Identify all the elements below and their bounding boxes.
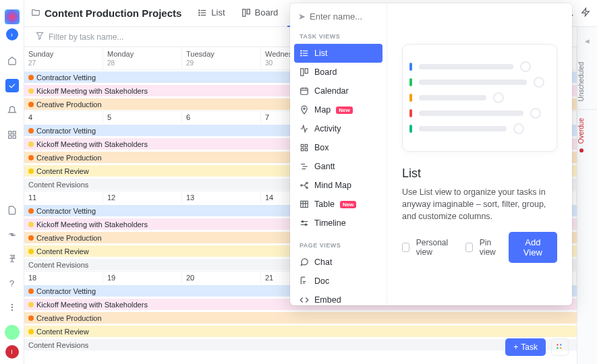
docs-icon[interactable] <box>6 204 18 216</box>
calendar-date-cell[interactable]: 19 <box>103 272 182 284</box>
svg-point-44 <box>306 182 308 183</box>
status-dot-icon <box>28 102 34 107</box>
calendar-day-header: Monday28 <box>103 47 182 69</box>
view-option-list[interactable]: List <box>294 44 382 63</box>
status-dot-icon <box>28 208 34 214</box>
calendar-date-cell[interactable]: 5 <box>103 111 182 123</box>
svg-rect-37 <box>305 144 308 147</box>
svg-point-35 <box>304 108 305 109</box>
svg-rect-39 <box>305 148 308 151</box>
popover-view-list: ➤ TASK VIEWS ListBoardCalendarMapNewActi… <box>290 3 387 305</box>
view-option-embed[interactable]: Embed <box>294 291 382 305</box>
view-option-doc[interactable]: Doc <box>294 272 382 291</box>
status-dot-icon <box>28 329 34 334</box>
apps-icon[interactable] <box>6 129 18 141</box>
calendar-day-header: Sunday27 <box>24 47 103 69</box>
tab-board[interactable]: Board <box>235 0 285 27</box>
tab-list[interactable]: List <box>191 0 231 27</box>
personal-view-checkbox[interactable] <box>402 243 409 252</box>
right-rail: ◂ Unscheduled Overdue <box>577 27 597 364</box>
user-avatar-icon[interactable] <box>5 325 20 340</box>
svg-point-28 <box>301 55 302 56</box>
right-rail-unscheduled[interactable]: Unscheduled <box>577 54 585 109</box>
add-view-popover: ➤ TASK VIEWS ListBoardCalendarMapNewActi… <box>290 3 572 305</box>
status-dot-icon <box>28 142 34 147</box>
svg-rect-38 <box>301 148 304 151</box>
view-option-table[interactable]: TableNew <box>294 195 382 214</box>
view-option-activity[interactable]: Activity <box>294 119 382 138</box>
bolt-icon[interactable] <box>581 7 590 19</box>
svg-marker-21 <box>582 8 590 16</box>
filter-placeholder[interactable]: Filter by task name... <box>49 32 123 42</box>
view-option-map[interactable]: MapNew <box>294 100 382 119</box>
detail-title: List <box>402 166 557 181</box>
view-option-calendar[interactable]: Calendar <box>294 82 382 100</box>
status-dot-icon <box>28 75 34 80</box>
popover-detail: List Use List view to organize your task… <box>387 3 572 305</box>
add-view-button[interactable]: Add View <box>509 232 557 263</box>
view-option-timeline[interactable]: Timeline <box>294 214 382 233</box>
detail-description: Use List view to organize your tasks in … <box>402 186 557 222</box>
list-preview-graphic <box>402 44 557 152</box>
view-option-board[interactable]: Board <box>294 63 382 82</box>
help-icon[interactable]: ? <box>6 277 18 289</box>
record-icon[interactable] <box>6 229 18 241</box>
svg-rect-36 <box>301 144 304 147</box>
right-rail-overdue[interactable]: Overdue <box>577 110 585 160</box>
calendar-date-cell[interactable]: 6 <box>182 111 261 123</box>
initial-badge[interactable]: I <box>5 345 19 359</box>
svg-point-27 <box>301 53 302 53</box>
folder-icon <box>31 7 40 19</box>
svg-rect-46 <box>301 201 308 207</box>
view-search-input[interactable] <box>310 11 378 22</box>
left-nav-rail: › ? I <box>0 0 24 364</box>
calendar-day-header: Tuesday29 <box>182 47 261 69</box>
calendar-date-cell[interactable]: 4 <box>24 111 103 123</box>
view-option-mind map[interactable]: Mind Map <box>294 176 382 195</box>
calendar-date-cell[interactable]: 11 <box>24 191 103 204</box>
svg-point-11 <box>199 9 200 10</box>
svg-point-61 <box>560 344 561 345</box>
calendar-task-bar[interactable]: Content Revisions <box>24 339 577 351</box>
svg-rect-2 <box>8 135 11 138</box>
new-badge: New <box>340 201 356 208</box>
svg-point-12 <box>199 12 200 13</box>
more-icon[interactable] <box>6 301 18 313</box>
view-option-gantt[interactable]: Gantt <box>294 157 382 176</box>
status-dot-icon <box>28 235 34 241</box>
calendar-date-cell[interactable]: 20 <box>182 272 261 284</box>
status-dot-icon <box>28 222 34 227</box>
page-title: Content Production Projects <box>45 7 181 19</box>
section-task-views: TASK VIEWS <box>300 33 382 40</box>
svg-rect-15 <box>247 9 250 13</box>
svg-point-43 <box>301 185 302 186</box>
view-search[interactable]: ➤ <box>294 10 382 24</box>
view-option-chat[interactable]: Chat <box>294 253 382 272</box>
svg-rect-0 <box>8 131 11 134</box>
home-icon[interactable] <box>6 55 18 67</box>
calendar-task-bar[interactable]: Creative Production <box>24 312 577 324</box>
svg-point-60 <box>557 344 558 345</box>
calendar-task-bar[interactable]: Content Review <box>24 326 577 338</box>
app-logo-icon[interactable] <box>5 9 20 24</box>
svg-marker-22 <box>36 32 42 39</box>
svg-rect-31 <box>301 88 308 94</box>
calendar-date-cell[interactable]: 13 <box>182 191 261 204</box>
svg-rect-1 <box>13 131 16 134</box>
calendar-date-cell[interactable]: 12 <box>103 191 182 204</box>
svg-point-6 <box>11 307 12 307</box>
new-task-button[interactable]: + Task <box>505 338 546 356</box>
drawer-toggle-icon[interactable]: ◂ <box>577 27 597 54</box>
svg-rect-30 <box>305 69 308 73</box>
status-dot-icon <box>28 169 34 174</box>
nav-back-icon[interactable]: › <box>6 28 18 40</box>
filter-icon[interactable] <box>35 31 45 42</box>
tasks-icon[interactable] <box>5 79 19 92</box>
pin-view-checkbox[interactable] <box>465 243 473 252</box>
quick-grid-icon[interactable] <box>551 338 569 356</box>
calendar-date-cell[interactable]: 18 <box>24 272 103 284</box>
cursor-icon: ➤ <box>298 11 306 22</box>
goals-icon[interactable] <box>6 253 18 265</box>
notifications-icon[interactable] <box>6 104 18 117</box>
view-option-box[interactable]: Box <box>294 138 382 157</box>
